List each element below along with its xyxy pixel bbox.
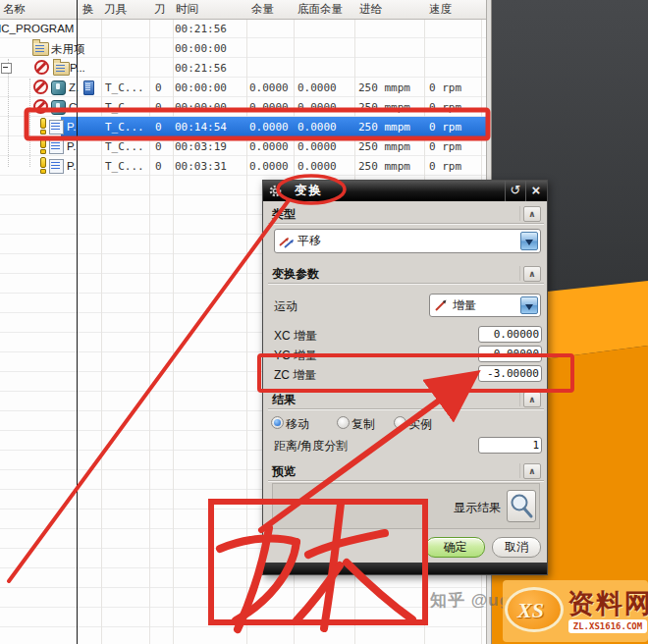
operation-icon bbox=[51, 80, 66, 95]
logo-title: 资料网 bbox=[567, 586, 648, 621]
radio-copy[interactable] bbox=[337, 416, 350, 429]
table-row-selected[interactable]: P. T_C... 0 00:14:54 0.0000 0.0000 250 m… bbox=[0, 117, 486, 136]
toolpath-icon bbox=[49, 120, 64, 134]
type-dropdown[interactable]: 平移 bbox=[274, 229, 541, 253]
chevron-up-icon[interactable]: ∧ bbox=[523, 206, 541, 222]
show-result-label: 显示结果 bbox=[454, 500, 501, 516]
radio-instance[interactable] bbox=[394, 416, 406, 429]
yc-input[interactable]: 0.00000 bbox=[478, 346, 542, 362]
table-row[interactable]: 未用项 00:00:00 bbox=[0, 38, 486, 58]
zhihu-watermark: 知乎 @ug bbox=[430, 589, 511, 612]
radio-move[interactable] bbox=[271, 416, 284, 429]
column-divider bbox=[77, 0, 78, 644]
division-label: 距离/角度分割 bbox=[274, 438, 348, 455]
chevron-up-icon[interactable]: ∧ bbox=[523, 392, 541, 407]
dialog-title: 变换 bbox=[295, 183, 323, 199]
zc-input[interactable]: -3.00000 bbox=[478, 365, 542, 382]
col-header-name[interactable]: 名称 bbox=[3, 2, 26, 17]
section-result[interactable]: 结果 ∧ bbox=[268, 390, 544, 409]
zc-label: ZC 增量 bbox=[274, 367, 316, 384]
site-logo: XS 资料网 ZL.XS1616.COM bbox=[503, 580, 648, 642]
col-header-time[interactable]: 时间 bbox=[176, 2, 198, 17]
radio-copy-label[interactable]: 复制 bbox=[351, 416, 375, 433]
col-header-toolno[interactable]: 刀 bbox=[154, 2, 166, 17]
chevron-up-icon[interactable]: ∧ bbox=[523, 463, 541, 479]
warning-icon bbox=[36, 157, 48, 174]
reset-icon[interactable]: ↺ bbox=[505, 181, 525, 201]
warning-icon bbox=[36, 137, 48, 154]
program-group-icon bbox=[53, 62, 70, 76]
magnifier-icon bbox=[508, 491, 535, 521]
table-row[interactable]: P... 00:21:56 bbox=[0, 58, 486, 78]
table-row[interactable]: C. T_C... 0 00:00:00 0.0000 0.0000 250 m… bbox=[0, 97, 486, 117]
close-icon[interactable]: × bbox=[525, 181, 546, 201]
col-header-feed[interactable]: 进给 bbox=[359, 2, 382, 17]
section-transform-params[interactable]: 变换参数 ∧ bbox=[268, 264, 544, 284]
logo-url: ZL.XS1616.COM bbox=[568, 619, 647, 633]
no-entry-icon bbox=[33, 80, 48, 94]
program-group-icon bbox=[32, 42, 49, 56]
no-entry-icon bbox=[34, 60, 49, 75]
warning-icon bbox=[36, 118, 48, 134]
toolpath-icon bbox=[49, 159, 64, 174]
xc-input[interactable]: 0.00000 bbox=[478, 326, 542, 343]
yc-label: YC 增量 bbox=[274, 348, 317, 364]
table-row[interactable]: P. T_C... 0 00:03:19 0.0000 0.0000 250 m… bbox=[0, 136, 486, 156]
cancel-button[interactable]: 取消 bbox=[492, 537, 541, 558]
col-header-change[interactable]: 换 bbox=[82, 2, 94, 17]
section-preview[interactable]: 预览 ∧ bbox=[268, 461, 544, 481]
chevron-down-icon[interactable] bbox=[520, 296, 538, 314]
table-row[interactable]: Z. T_C... 0 00:00:00 0.0000 0.0000 250 m… bbox=[0, 78, 486, 97]
show-result-button[interactable] bbox=[507, 490, 536, 522]
dialog-bottom-bar[interactable] bbox=[263, 563, 547, 574]
radio-move-label[interactable]: 移动 bbox=[286, 416, 309, 433]
xc-label: XC 增量 bbox=[274, 328, 317, 345]
xs-logo-icon: XS bbox=[505, 587, 564, 632]
no-entry-icon bbox=[33, 99, 48, 114]
table-header: 名称 换 刀具 刀 时间 余量 底面余量 进给 速度 bbox=[0, 0, 486, 20]
division-input[interactable]: 1 bbox=[478, 437, 542, 454]
col-header-speed[interactable]: 速度 bbox=[429, 2, 452, 17]
section-type[interactable]: 类型 ∧ bbox=[268, 204, 544, 224]
col-header-stock[interactable]: 余量 bbox=[251, 2, 274, 17]
transform-dialog: 变换 ↺ × 类型 ∧ 平移 变换参数 ∧ 运动 bbox=[262, 180, 548, 575]
table-row[interactable]: NC_PROGRAM 00:21:56 bbox=[0, 19, 486, 38]
col-header-tool[interactable]: 刀具 bbox=[104, 2, 127, 17]
motion-label: 运动 bbox=[274, 298, 297, 315]
dialog-titlebar[interactable]: 变换 ↺ × bbox=[263, 181, 547, 201]
translate-icon bbox=[279, 235, 295, 248]
table-row[interactable]: P. T_C... 0 00:03:31 0.0000 0.0000 250 m… bbox=[0, 156, 486, 176]
tree-collapse-icon[interactable] bbox=[1, 63, 12, 74]
tool-change-icon bbox=[83, 80, 94, 95]
radio-instance-label[interactable]: 实例 bbox=[408, 416, 432, 433]
increment-icon bbox=[434, 298, 450, 312]
nx-cam-screenshot: 名称 换 刀具 刀 时间 余量 底面余量 进给 速度 NC_PROGRAM 00… bbox=[0, 0, 648, 644]
chevron-down-icon[interactable] bbox=[520, 232, 538, 250]
gear-icon bbox=[269, 185, 282, 197]
operation-icon bbox=[51, 100, 66, 115]
motion-dropdown[interactable]: 增量 bbox=[429, 294, 541, 317]
chevron-up-icon[interactable]: ∧ bbox=[523, 266, 541, 282]
preview-panel: 显示结果 bbox=[272, 483, 540, 529]
toolpath-icon bbox=[49, 139, 64, 154]
ok-button[interactable]: 确定 bbox=[425, 537, 485, 558]
col-header-floor-stock[interactable]: 底面余量 bbox=[297, 2, 343, 17]
